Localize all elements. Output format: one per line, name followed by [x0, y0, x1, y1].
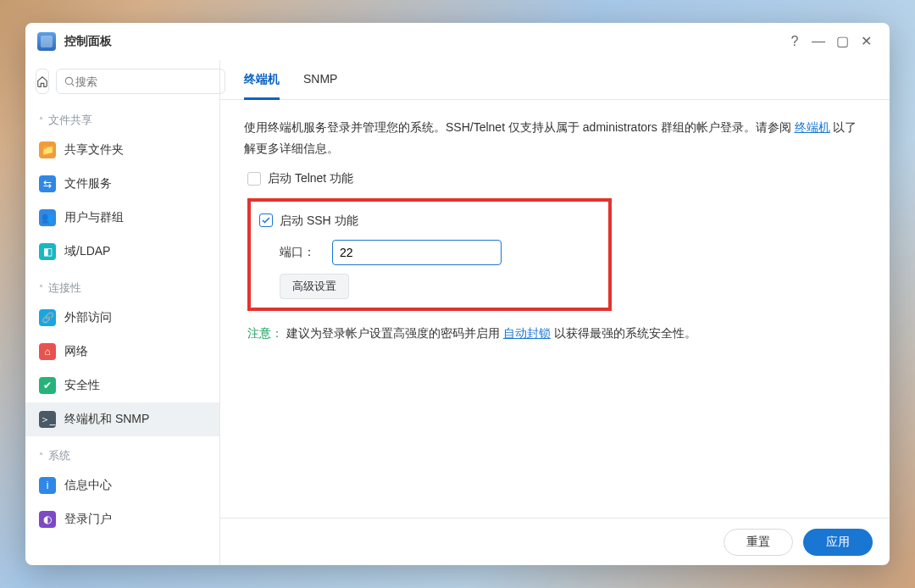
sidebar-item-label: 域/LDAP [64, 244, 110, 259]
control-panel-window: 控制面板 ? — ▢ ✕ ˄文件共享 📁共享文件夹 ⇆文件服务 👥用户与群组 [25, 23, 890, 565]
port-label: 端口： [280, 241, 315, 263]
sidebar-item-external-access[interactable]: 🔗外部访问 [25, 301, 219, 335]
minimize-button[interactable]: — [807, 30, 830, 53]
info-icon: i [39, 477, 56, 494]
titlebar: 控制面板 ? — ▢ ✕ [25, 23, 890, 60]
sidebar-item-label: 用户与群组 [64, 210, 124, 225]
external-access-icon: 🔗 [39, 309, 56, 326]
sidebar-item-label: 信息中心 [64, 478, 112, 493]
ssh-highlight-box: 启动 SSH 功能 端口： 高级设置 [247, 198, 612, 311]
sidebar-item-terminal-snmp[interactable]: ＞_终端机和 SNMP [25, 402, 219, 436]
shield-icon: ✔ [39, 377, 56, 394]
ssh-checkbox-row[interactable]: 启动 SSH 功能 [259, 207, 600, 235]
advanced-settings-button[interactable]: 高级设置 [280, 274, 349, 299]
footer: 重置 应用 [220, 518, 890, 565]
app-icon [37, 32, 56, 51]
search-field[interactable] [56, 69, 225, 94]
portal-icon: ◐ [39, 511, 56, 528]
content-area: 终端机 SNMP 使用终端机服务登录并管理您的系统。SSH/Telnet 仅支持… [220, 60, 890, 565]
network-icon: ⌂ [39, 343, 56, 360]
section-system[interactable]: ˄系统 [25, 443, 219, 469]
tab-terminal[interactable]: 终端机 [244, 72, 280, 100]
users-icon: 👥 [39, 209, 56, 226]
folder-icon: 📁 [39, 141, 56, 158]
sidebar-item-label: 文件服务 [64, 176, 112, 191]
telnet-checkbox[interactable] [247, 172, 261, 186]
sidebar-item-login-portal[interactable]: ◐登录门户 [25, 502, 219, 536]
help-button[interactable]: ? [783, 30, 807, 53]
description-text: 使用终端机服务登录并管理您的系统。SSH/Telnet 仅支持从属于 admin… [244, 117, 866, 159]
window-title: 控制面板 [64, 34, 112, 49]
search-input[interactable] [75, 75, 218, 88]
auto-block-link[interactable]: 自动封锁 [503, 326, 551, 340]
tab-snmp[interactable]: SNMP [303, 72, 337, 99]
sidebar-item-label: 共享文件夹 [64, 142, 124, 158]
chevron-up-icon: ˄ [39, 116, 43, 125]
ssh-label: 启动 SSH 功能 [280, 210, 358, 231]
sidebar-item-shared-folder[interactable]: 📁共享文件夹 [25, 133, 219, 167]
sidebar-item-domain-ldap[interactable]: ◧域/LDAP [25, 235, 219, 269]
apply-button[interactable]: 应用 [803, 529, 873, 556]
sidebar-item-label: 网络 [64, 344, 88, 359]
port-input[interactable] [332, 240, 502, 265]
security-note: 注意： 建议为登录帐户设置高强度的密码并启用 自动封锁 以获得最强的系统安全性。 [247, 323, 866, 344]
sidebar-item-label: 安全性 [64, 378, 100, 393]
ssh-checkbox[interactable] [259, 214, 273, 227]
sidebar: ˄文件共享 📁共享文件夹 ⇆文件服务 👥用户与群组 ◧域/LDAP ˄连接性 🔗… [25, 60, 220, 565]
maximize-button[interactable]: ▢ [830, 30, 854, 53]
section-file-sharing[interactable]: ˄文件共享 [25, 108, 219, 133]
telnet-label: 启动 Telnet 功能 [268, 168, 353, 189]
terminal-icon: ＞_ [39, 411, 56, 428]
sidebar-item-label: 登录门户 [64, 512, 112, 527]
sidebar-item-label: 外部访问 [64, 310, 112, 325]
tabs: 终端机 SNMP [220, 60, 890, 100]
sidebar-item-security[interactable]: ✔安全性 [25, 369, 219, 402]
sidebar-item-info-center[interactable]: i信息中心 [25, 469, 219, 502]
terminal-help-link[interactable]: 终端机 [795, 120, 830, 134]
home-button[interactable] [36, 69, 49, 94]
sidebar-item-file-services[interactable]: ⇆文件服务 [25, 167, 219, 201]
chevron-up-icon: ˄ [39, 452, 43, 461]
section-connectivity[interactable]: ˄连接性 [25, 275, 219, 301]
reset-button[interactable]: 重置 [724, 529, 793, 556]
chevron-up-icon: ˄ [39, 284, 43, 293]
close-button[interactable]: ✕ [854, 30, 878, 53]
file-service-icon: ⇆ [39, 175, 56, 192]
sidebar-item-label: 终端机和 SNMP [64, 412, 149, 427]
home-icon [36, 75, 48, 87]
ldap-icon: ◧ [39, 243, 56, 260]
telnet-checkbox-row[interactable]: 启动 Telnet 功能 [247, 164, 866, 192]
sidebar-item-network[interactable]: ⌂网络 [25, 335, 219, 369]
svg-point-0 [65, 77, 72, 84]
sidebar-item-users-groups[interactable]: 👥用户与群组 [25, 201, 219, 235]
search-icon [64, 75, 75, 87]
